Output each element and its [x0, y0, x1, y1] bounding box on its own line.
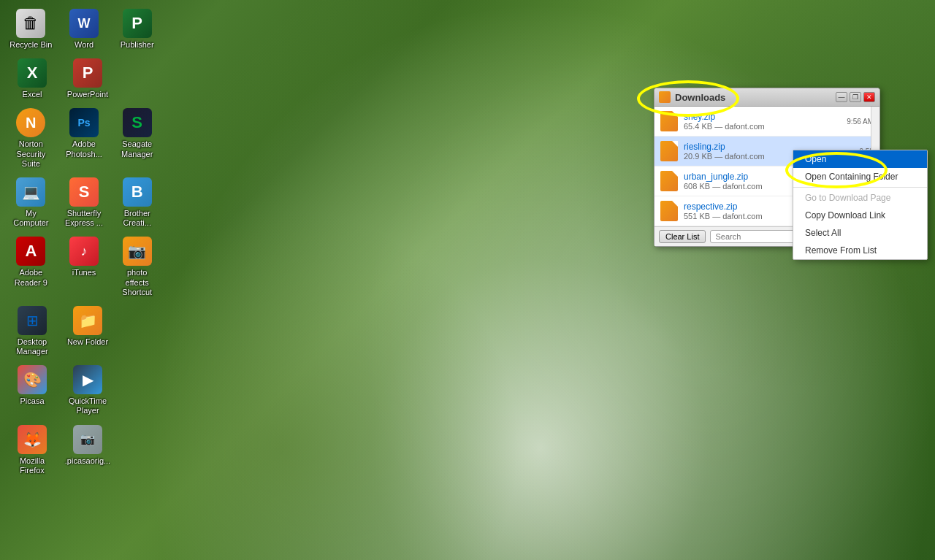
publisher-img: P	[123, 9, 152, 38]
icon-row-3: A Adobe Reader 9 ♪ iTunes 📷 photo effect…	[6, 234, 162, 300]
new-folder-img: 📁	[73, 306, 102, 335]
publisher-label: Publisher	[121, 40, 154, 50]
context-menu-remove[interactable]: Remove From List	[793, 242, 927, 259]
photoshop-img: Ps	[69, 108, 99, 137]
word-icon[interactable]: W Word	[59, 6, 110, 53]
icon-row-0: 🗑 Recycle Bin W Word P Publisher	[6, 6, 162, 53]
brother-label: Brother Creati...	[115, 209, 159, 228]
dl-meta-sney: 65.4 KB — dafont.com	[684, 122, 841, 131]
photo-effects-label: photo effects Shortcut	[115, 268, 159, 297]
desktop-manager-label: Desktop Manager	[9, 337, 56, 356]
quicktime-icon[interactable]: ▶ QuickTime Player	[61, 362, 114, 418]
icon-row-1: N Norton Security Suite Ps Adobe Photosh…	[6, 105, 162, 172]
shutterfly-img: S	[69, 177, 99, 207]
desktop-manager-icon[interactable]: ⊞ Desktop Manager	[6, 303, 58, 359]
firefox-img: 🦊	[18, 425, 47, 454]
adobe-reader-icon[interactable]: A Adobe Reader 9	[6, 234, 56, 300]
icon-row-2: 💻 My Computer S Shutterfly Express ... B…	[6, 174, 162, 231]
picasa2-icon[interactable]: 📷 .picasaorig...	[61, 422, 114, 478]
zip-icon-riesling	[660, 141, 678, 161]
icon-row-0b: X Excel P PowerPoint	[6, 55, 162, 102]
downloads-titlebar: Downloads — ❐ ✕	[654, 88, 879, 107]
word-img: W	[69, 9, 99, 38]
powerpoint-img: P	[73, 58, 102, 88]
my-computer-icon[interactable]: 💻 My Computer	[6, 174, 56, 231]
firefox-label: Mozilla Firefox	[9, 456, 56, 475]
download-item-sney[interactable]: sney.zip 65.4 KB — dafont.com 9:56 AM	[654, 107, 879, 137]
my-computer-img: 💻	[16, 177, 45, 207]
icon-row-5: 🎨 Picasa ▶ QuickTime Player	[6, 362, 162, 418]
zip-icon-sney	[660, 111, 678, 131]
icon-row-4: ⊞ Desktop Manager 📁 New Folder	[6, 303, 162, 359]
adobe-reader-label: Adobe Reader 9	[9, 268, 53, 287]
excel-icon[interactable]: X Excel	[6, 55, 58, 102]
seagate-img: S	[123, 108, 152, 137]
context-menu: Open Open Containing Folder Go to Downlo…	[793, 150, 928, 260]
close-button[interactable]: ✕	[863, 92, 875, 102]
context-menu-open[interactable]: Open	[793, 150, 927, 168]
seagate-icon[interactable]: S Seagate Manager	[112, 105, 162, 172]
publisher-icon[interactable]: P Publisher	[112, 6, 162, 53]
adobe-reader-img: A	[16, 237, 45, 266]
window-controls: — ❐ ✕	[836, 92, 875, 102]
brother-img: B	[123, 177, 152, 207]
brother-icon[interactable]: B Brother Creati...	[112, 174, 162, 231]
itunes-img: ♪	[69, 237, 99, 266]
norton-label: Norton Security Suite	[9, 139, 53, 169]
norton-icon[interactable]: N Norton Security Suite	[6, 105, 56, 172]
picasa2-label: .picasaorig...	[65, 456, 110, 466]
new-folder-icon[interactable]: 📁 New Folder	[61, 303, 114, 359]
context-menu-goto-page: Go to Download Page	[793, 189, 927, 207]
recycle-bin-img: 🗑	[16, 9, 45, 38]
desktop-icons-area: 🗑 Recycle Bin W Word P Publisher X Excel…	[0, 0, 168, 560]
zip-icon-urban	[660, 171, 678, 191]
photo-effects-icon[interactable]: 📷 photo effects Shortcut	[112, 234, 162, 300]
photoshop-icon[interactable]: Ps Adobe Photosh...	[59, 105, 110, 172]
context-menu-separator-1	[793, 187, 927, 188]
photoshop-label: Adobe Photosh...	[62, 139, 107, 158]
seagate-label: Seagate Manager	[115, 139, 159, 158]
context-menu-copy-link[interactable]: Copy Download Link	[793, 207, 927, 224]
word-label: Word	[75, 40, 94, 50]
context-menu-open-folder[interactable]: Open Containing Folder	[793, 168, 927, 185]
minimize-button[interactable]: —	[836, 92, 847, 102]
downloads-folder-icon	[659, 91, 671, 103]
itunes-label: iTunes	[72, 268, 96, 277]
dl-info-sney: sney.zip 65.4 KB — dafont.com	[684, 112, 841, 131]
powerpoint-icon[interactable]: P PowerPoint	[61, 55, 114, 102]
photo-effects-img: 📷	[123, 237, 152, 266]
excel-img: X	[18, 58, 47, 88]
firefox-icon[interactable]: 🦊 Mozilla Firefox	[6, 422, 58, 478]
context-menu-select-all[interactable]: Select All	[793, 224, 927, 242]
excel-label: Excel	[23, 90, 42, 99]
recycle-bin-label: Recycle Bin	[9, 40, 52, 50]
downloads-title: Downloads	[659, 91, 725, 103]
picasa2-img: 📷	[73, 425, 102, 454]
quicktime-img: ▶	[73, 365, 102, 394]
restore-button[interactable]: ❐	[850, 92, 861, 102]
dl-name-sney: sney.zip	[684, 112, 841, 122]
desktop-manager-img: ⊞	[18, 306, 47, 335]
wallpaper-overlay	[146, 0, 935, 560]
recycle-bin-icon[interactable]: 🗑 Recycle Bin	[6, 6, 56, 53]
clear-list-button[interactable]: Clear List	[659, 230, 706, 243]
icon-row-6: 🦊 Mozilla Firefox 📷 .picasaorig...	[6, 422, 162, 478]
zip-icon-respective	[660, 201, 678, 221]
itunes-icon[interactable]: ♪ iTunes	[59, 234, 110, 300]
powerpoint-label: PowerPoint	[67, 90, 108, 99]
picasa-img: 🎨	[18, 365, 47, 394]
downloads-title-text: Downloads	[675, 92, 725, 103]
norton-img: N	[16, 108, 45, 137]
dl-time-sney: 9:56 AM	[847, 118, 874, 126]
picasa-label: Picasa	[20, 396, 44, 406]
picasa-icon[interactable]: 🎨 Picasa	[6, 362, 58, 418]
my-computer-label: My Computer	[9, 209, 53, 228]
quicktime-label: QuickTime Player	[64, 396, 111, 415]
shutterfly-label: Shutterfly Express ...	[62, 209, 107, 228]
new-folder-label: New Folder	[67, 337, 108, 347]
shutterfly-icon[interactable]: S Shutterfly Express ...	[59, 174, 110, 231]
